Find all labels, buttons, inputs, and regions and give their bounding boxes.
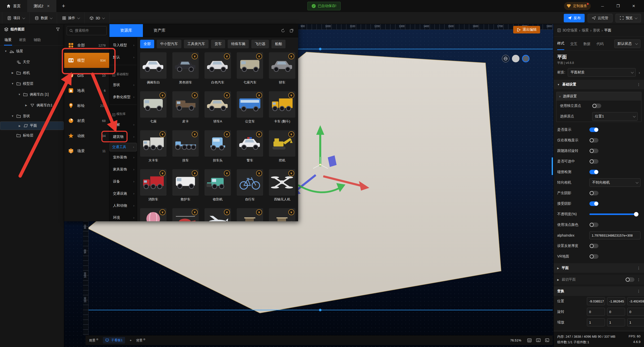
expander-icon[interactable]: ▼ bbox=[11, 82, 14, 85]
model-card-警车[interactable]: ♛警车 bbox=[237, 130, 263, 163]
material-mode-button[interactable] bbox=[522, 55, 530, 62]
external-link-icon[interactable] bbox=[290, 24, 294, 37]
layer-node-形状[interactable]: ▼形状 bbox=[0, 111, 64, 121]
kebab-menu-icon[interactable]: ⋮ bbox=[637, 278, 640, 282]
model-card-挂车[interactable]: ♛挂车 bbox=[172, 130, 199, 163]
console-icon[interactable] bbox=[545, 338, 549, 342]
subcategory-交通工具[interactable]: 交通工具› bbox=[109, 143, 137, 151]
model-card-heli[interactable]: ♛ bbox=[172, 208, 199, 221]
input-alphaIndex[interactable]: 1.7976931348623157e+308 bbox=[589, 231, 640, 239]
filter-chip-货车[interactable]: 货车 bbox=[211, 40, 225, 48]
section-transform[interactable]: 变换⋮ bbox=[554, 286, 644, 296]
expander-icon[interactable]: ▼ bbox=[18, 93, 21, 96]
layer-node-平面[interactable]: ▶平面 bbox=[0, 121, 64, 130]
material-select[interactable]: 平面材质 bbox=[568, 68, 636, 77]
expander-icon[interactable]: ▶ bbox=[11, 71, 14, 74]
filter-icon[interactable] bbox=[56, 27, 60, 31]
filter-chip-特殊车辆[interactable]: 特殊车辆 bbox=[228, 40, 249, 48]
slider-knob[interactable] bbox=[634, 212, 638, 216]
category-地表[interactable]: 地表6 bbox=[64, 83, 109, 98]
position-z-input[interactable]: -3.492459 bbox=[627, 297, 644, 305]
toggle-碰撞检测[interactable] bbox=[589, 170, 598, 174]
custom-service-button[interactable]: 定制服务 bbox=[564, 2, 591, 10]
category-全部[interactable]: 全部1278 bbox=[64, 38, 109, 53]
menu-project[interactable]: 项目 bbox=[2, 12, 30, 24]
scale-y-input[interactable]: 1 bbox=[607, 318, 625, 326]
model-card-boat[interactable]: ♛ bbox=[269, 208, 295, 221]
subcategory-设备[interactable]: 设备› bbox=[109, 176, 137, 188]
toggle-跟随路径旋转[interactable] bbox=[589, 149, 598, 153]
layers-tab-材质[interactable]: 材质 bbox=[19, 36, 27, 46]
exit-edit-button[interactable]: 退出编辑 bbox=[513, 26, 540, 33]
clip-plane-toggle[interactable] bbox=[625, 277, 634, 282]
subcategory-植被[interactable]: 植被› bbox=[109, 119, 137, 131]
layers-tab-场景[interactable]: 场景 bbox=[4, 36, 12, 46]
publish-button[interactable]: 发布 bbox=[564, 14, 585, 22]
refresh-icon[interactable] bbox=[281, 24, 285, 37]
expander-icon[interactable]: ▼ bbox=[11, 115, 14, 117]
add-foreground-icon[interactable]: ⊕ bbox=[96, 338, 98, 341]
model-card-消防车[interactable]: ♛消防车 bbox=[140, 169, 167, 202]
tab-interaction[interactable]: 交互 bbox=[570, 38, 577, 50]
tab-style[interactable]: 样式 bbox=[557, 37, 564, 50]
cloud-hosting-button[interactable]: 云托管 bbox=[588, 14, 613, 22]
breadcrumb-shape[interactable]: 形状 bbox=[593, 28, 600, 33]
slider-不透明度(%)[interactable] bbox=[589, 213, 638, 215]
subcategory-人和动物[interactable]: 人和动物› bbox=[109, 200, 137, 212]
model-card-balloon[interactable]: ♛ bbox=[140, 208, 167, 221]
layer-node-场景[interactable]: ▼场景 bbox=[0, 46, 64, 57]
foreground-label[interactable]: 前景⊕ bbox=[89, 338, 98, 343]
tab-code[interactable]: 代码 bbox=[596, 38, 603, 50]
model-card-boat[interactable]: ♛ bbox=[237, 208, 263, 221]
select-选择原点[interactable]: 位置1 bbox=[592, 112, 638, 121]
toggle-是否显示[interactable] bbox=[589, 127, 598, 132]
toggle-接受阴影[interactable] bbox=[589, 201, 598, 206]
menu-data[interactable]: 数据 bbox=[30, 12, 57, 24]
filter-chip-飞行器[interactable]: 飞行器 bbox=[251, 40, 269, 48]
model-card-救护车[interactable]: ♛救护车 bbox=[172, 169, 199, 202]
filter-chip-船舶[interactable]: 船舶 bbox=[271, 40, 286, 48]
keyboard-icon[interactable] bbox=[536, 338, 541, 342]
category-动效[interactable]: 动效34 bbox=[64, 128, 109, 143]
scale-z-input[interactable]: 1 bbox=[627, 318, 644, 326]
position-y-input[interactable]: -1.862645 bbox=[607, 297, 625, 305]
tab-close-icon[interactable]: ✕ bbox=[47, 4, 50, 8]
toggle-使用顶点颜色[interactable] bbox=[589, 223, 598, 227]
layer-node-标绘层[interactable]: 标绘层 bbox=[0, 130, 64, 141]
filter-chip-工具类汽车[interactable]: 工具类汽车 bbox=[184, 40, 209, 48]
add-panel-button[interactable]: + bbox=[130, 338, 132, 342]
position-x-input[interactable]: -9.036517 bbox=[587, 297, 605, 305]
rotation-y-input[interactable]: 0 bbox=[607, 308, 625, 316]
close-button[interactable]: ✕ bbox=[626, 0, 641, 12]
category-模型[interactable]: 模型934 bbox=[64, 53, 109, 68]
tab-asset-library[interactable]: 资产库 bbox=[153, 24, 166, 37]
kebab-menu-icon[interactable]: ⋮ bbox=[637, 82, 640, 86]
filter-chip-全部[interactable]: 全部 bbox=[140, 40, 154, 48]
rotation-z-input[interactable]: 0 bbox=[627, 308, 644, 316]
subcategory-默认[interactable]: 默认› bbox=[109, 51, 137, 63]
toggle-使用独立原点[interactable] bbox=[592, 104, 601, 108]
menu-3d[interactable]: 3D bbox=[85, 12, 109, 24]
layers-tab-辅助[interactable]: 辅助 bbox=[33, 36, 41, 46]
layer-node-相机[interactable]: ▶相机 bbox=[0, 67, 64, 78]
maximize-button[interactable]: ❐ bbox=[610, 0, 626, 12]
subcategory-参数化模型[interactable]: 参数化模型› bbox=[109, 91, 137, 103]
model-card-白色汽车[interactable]: ♛白色汽车 bbox=[205, 52, 231, 85]
subcategory-室外装饰[interactable]: 室外装饰› bbox=[109, 151, 137, 163]
tab-data[interactable]: 数据 bbox=[583, 38, 590, 50]
model-card-黑色轿车[interactable]: ♛黑色轿车 bbox=[172, 52, 199, 85]
section-basic-settings[interactable]: ▼基础设置⋮ bbox=[554, 80, 644, 89]
model-card-轿车A[interactable]: ♛轿车A bbox=[205, 91, 231, 124]
toggle-设置反射厚度[interactable] bbox=[589, 244, 598, 248]
subcategory-交通设施[interactable]: 交通设施› bbox=[109, 188, 137, 200]
model-card-俩厢车白[interactable]: 俩厢车白 bbox=[140, 52, 167, 85]
expander-icon[interactable]: ▶ bbox=[18, 124, 21, 127]
layer-node-俩厢车白1[interactable]: ▶俩厢车白1 bbox=[0, 100, 64, 111]
category-GIS[interactable]: GIS10 bbox=[64, 68, 109, 83]
rotation-x-input[interactable]: 0 bbox=[587, 308, 605, 316]
grid-view-icon[interactable] bbox=[527, 338, 532, 342]
category-场景[interactable]: 场景11 bbox=[64, 143, 109, 158]
toggle-是否可选中[interactable] bbox=[589, 159, 598, 164]
toggle-VR地面[interactable] bbox=[589, 254, 598, 259]
toggle-仅在夜晚显示[interactable] bbox=[589, 138, 598, 143]
